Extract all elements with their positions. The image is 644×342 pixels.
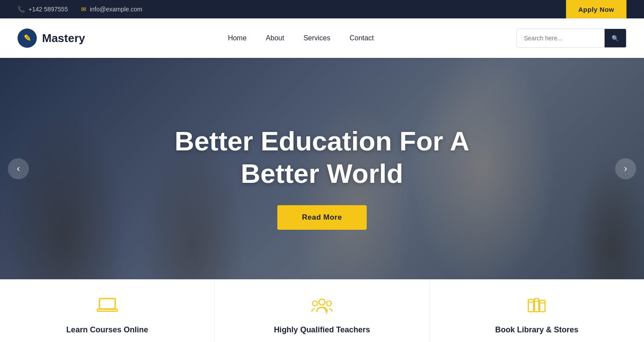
hero-title-line1: Better Education For A <box>175 126 470 156</box>
library-title: Book Library & Stores <box>495 325 578 335</box>
search-input[interactable] <box>517 35 605 42</box>
top-bar-contacts: 📞 +142 5897555 ✉ info@example.com <box>18 6 142 13</box>
teachers-icon <box>311 297 333 317</box>
nav-item-contact[interactable]: Contact <box>340 18 383 58</box>
svg-point-3 <box>319 299 325 305</box>
phone-contact: 📞 +142 5897555 <box>18 6 68 13</box>
top-bar: 📞 +142 5897555 ✉ info@example.com Apply … <box>0 0 644 18</box>
svg-rect-0 <box>99 299 115 309</box>
courses-icon <box>97 297 118 317</box>
hero-read-more-button[interactable]: Read More <box>277 205 366 230</box>
courses-desc: Auci elit cons equat ipsutis sem nibh <box>58 340 157 342</box>
search-box: 🔍 <box>517 28 626 48</box>
hero-next-button[interactable]: › <box>615 158 636 179</box>
hero-section: ‹ › Better Education For A Better World … <box>0 58 644 279</box>
library-icon <box>527 297 546 317</box>
nav-item-home[interactable]: Home <box>218 18 256 58</box>
email-contact: ✉ info@example.com <box>81 6 142 13</box>
hero-background: ‹ › Better Education For A Better World … <box>0 58 644 279</box>
nav-item-about[interactable]: About <box>256 18 294 58</box>
hero-prev-button[interactable]: ‹ <box>8 158 29 179</box>
hero-title-line2: Better World <box>241 158 403 189</box>
teachers-title: Highly Qualified Teachers <box>274 325 370 335</box>
logo-text: Mastery <box>42 32 85 45</box>
logo-link[interactable]: ✎ Mastery <box>18 28 85 48</box>
search-button[interactable]: 🔍 <box>605 28 626 48</box>
apply-now-button[interactable]: Apply Now <box>566 0 626 18</box>
features-section: Learn Courses Online Auci elit cons equa… <box>0 279 644 342</box>
library-desc: Auci elit cons equat ipsutis sem nibh <box>487 340 586 342</box>
svg-rect-2 <box>97 309 117 311</box>
nav-item-services[interactable]: Services <box>294 18 340 58</box>
feature-card-courses: Learn Courses Online Auci elit cons equa… <box>0 279 215 342</box>
logo-icon-symbol: ✎ <box>24 33 31 43</box>
email-icon: ✉ <box>81 6 86 13</box>
feature-card-teachers: Highly Qualified Teachers Auci elit cons… <box>215 279 429 342</box>
svg-rect-6 <box>528 299 534 312</box>
search-icon: 🔍 <box>612 35 619 42</box>
phone-icon: 📞 <box>18 6 25 13</box>
logo-icon: ✎ <box>18 28 37 48</box>
hero-content: Better Education For A Better World Read… <box>166 125 478 229</box>
hero-title: Better Education For A Better World <box>175 125 470 189</box>
courses-title: Learn Courses Online <box>66 325 148 335</box>
teachers-desc: Auci elit cons equat ipsutis sem nibh <box>272 340 372 342</box>
navbar: ✎ Mastery Home About Services Contact 🔍 <box>0 18 644 58</box>
email-address: info@example.com <box>90 6 142 13</box>
svg-rect-8 <box>540 300 545 312</box>
svg-point-4 <box>312 301 317 306</box>
feature-card-library: Book Library & Stores Auci elit cons equ… <box>430 279 644 342</box>
svg-rect-7 <box>534 299 539 312</box>
top-bar-right: Apply Now <box>566 0 626 18</box>
phone-number: +142 5897555 <box>28 6 68 13</box>
svg-point-5 <box>326 301 331 306</box>
nav-links: Home About Services Contact <box>218 18 383 58</box>
